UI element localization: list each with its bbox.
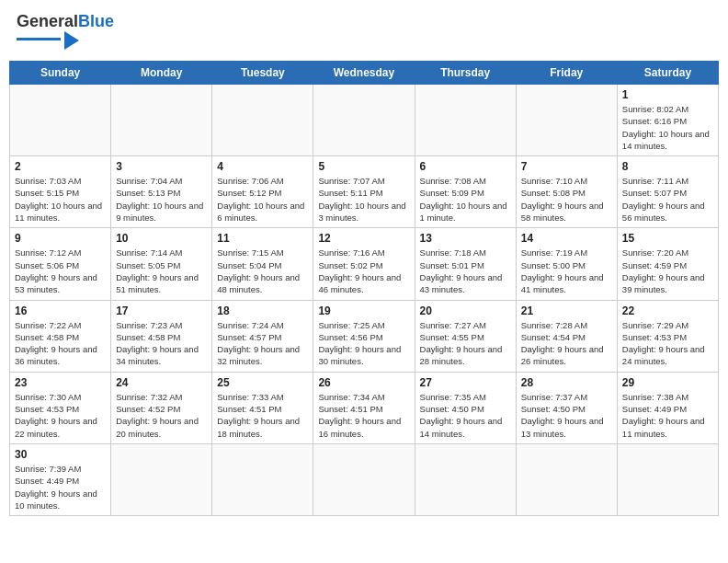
calendar-cell: 3Sunrise: 7:04 AM Sunset: 5:13 PM Daylig… <box>111 156 212 228</box>
calendar-day-header: Thursday <box>415 62 516 85</box>
calendar-cell: 27Sunrise: 7:35 AM Sunset: 4:50 PM Dayli… <box>415 372 516 443</box>
day-number: 2 <box>15 160 106 173</box>
calendar-day-header: Monday <box>111 62 212 85</box>
day-number: 10 <box>116 232 207 245</box>
day-info: Sunrise: 7:14 AM Sunset: 5:05 PM Dayligh… <box>116 247 207 295</box>
day-info: Sunrise: 7:37 AM Sunset: 4:50 PM Dayligh… <box>521 391 612 440</box>
day-info: Sunrise: 7:25 AM Sunset: 4:56 PM Dayligh… <box>318 319 409 368</box>
day-number: 26 <box>318 376 409 389</box>
day-info: Sunrise: 7:30 AM Sunset: 4:53 PM Dayligh… <box>15 391 106 440</box>
calendar-cell: 4Sunrise: 7:06 AM Sunset: 5:12 PM Daylig… <box>212 156 313 228</box>
calendar-cell <box>516 443 617 515</box>
calendar-cell: 8Sunrise: 7:11 AM Sunset: 5:07 PM Daylig… <box>617 156 718 228</box>
calendar-cell <box>10 85 111 156</box>
day-info: Sunrise: 7:18 AM Sunset: 5:01 PM Dayligh… <box>420 247 511 295</box>
calendar-cell: 25Sunrise: 7:33 AM Sunset: 4:51 PM Dayli… <box>212 372 313 443</box>
day-info: Sunrise: 7:07 AM Sunset: 5:11 PM Dayligh… <box>318 175 409 224</box>
calendar-cell: 6Sunrise: 7:08 AM Sunset: 5:09 PM Daylig… <box>415 156 516 228</box>
day-info: Sunrise: 7:33 AM Sunset: 4:51 PM Dayligh… <box>217 391 308 440</box>
calendar-week-row: 2Sunrise: 7:03 AM Sunset: 5:15 PM Daylig… <box>10 156 719 228</box>
calendar-cell: 16Sunrise: 7:22 AM Sunset: 4:58 PM Dayli… <box>10 300 111 372</box>
day-number: 4 <box>217 160 308 173</box>
calendar-cell <box>111 443 212 515</box>
day-number: 8 <box>622 160 713 173</box>
calendar-cell: 30Sunrise: 7:39 AM Sunset: 4:49 PM Dayli… <box>10 443 111 515</box>
day-number: 1 <box>622 88 713 101</box>
day-info: Sunrise: 7:29 AM Sunset: 4:53 PM Dayligh… <box>622 319 713 368</box>
day-info: Sunrise: 7:39 AM Sunset: 4:49 PM Dayligh… <box>15 463 106 511</box>
calendar-cell: 15Sunrise: 7:20 AM Sunset: 4:59 PM Dayli… <box>617 228 718 300</box>
day-number: 27 <box>420 376 511 389</box>
day-info: Sunrise: 7:04 AM Sunset: 5:13 PM Dayligh… <box>116 175 207 224</box>
calendar-day-header: Saturday <box>617 62 718 85</box>
calendar-cell: 7Sunrise: 7:10 AM Sunset: 5:08 PM Daylig… <box>516 156 617 228</box>
calendar-cell: 9Sunrise: 7:12 AM Sunset: 5:06 PM Daylig… <box>10 228 111 300</box>
day-number: 21 <box>521 304 612 317</box>
header: GeneralBlue <box>9 9 719 53</box>
day-number: 19 <box>318 304 409 317</box>
day-number: 25 <box>217 376 308 389</box>
day-info: Sunrise: 7:22 AM Sunset: 4:58 PM Dayligh… <box>15 319 106 368</box>
day-info: Sunrise: 7:24 AM Sunset: 4:57 PM Dayligh… <box>217 319 308 368</box>
calendar-cell: 21Sunrise: 7:28 AM Sunset: 4:54 PM Dayli… <box>516 300 617 372</box>
day-info: Sunrise: 7:08 AM Sunset: 5:09 PM Dayligh… <box>420 175 511 224</box>
calendar-week-row: 16Sunrise: 7:22 AM Sunset: 4:58 PM Dayli… <box>10 300 719 372</box>
calendar-cell <box>212 85 313 156</box>
day-info: Sunrise: 7:19 AM Sunset: 5:00 PM Dayligh… <box>521 247 612 295</box>
calendar-day-header: Sunday <box>10 62 111 85</box>
calendar-cell: 28Sunrise: 7:37 AM Sunset: 4:50 PM Dayli… <box>516 372 617 443</box>
calendar-cell: 22Sunrise: 7:29 AM Sunset: 4:53 PM Dayli… <box>617 300 718 372</box>
day-number: 15 <box>622 232 713 245</box>
calendar-cell <box>212 443 313 515</box>
day-number: 7 <box>521 160 612 173</box>
day-number: 9 <box>15 232 106 245</box>
day-number: 14 <box>521 232 612 245</box>
day-number: 5 <box>318 160 409 173</box>
day-info: Sunrise: 7:23 AM Sunset: 4:58 PM Dayligh… <box>116 319 207 368</box>
calendar-cell <box>111 85 212 156</box>
day-number: 29 <box>622 376 713 389</box>
calendar-week-row: 30Sunrise: 7:39 AM Sunset: 4:49 PM Dayli… <box>10 443 719 515</box>
day-info: Sunrise: 7:20 AM Sunset: 4:59 PM Dayligh… <box>622 247 713 295</box>
calendar-cell: 24Sunrise: 7:32 AM Sunset: 4:52 PM Dayli… <box>111 372 212 443</box>
day-number: 22 <box>622 304 713 317</box>
calendar-cell: 5Sunrise: 7:07 AM Sunset: 5:11 PM Daylig… <box>313 156 415 228</box>
day-info: Sunrise: 7:35 AM Sunset: 4:50 PM Dayligh… <box>420 391 511 440</box>
calendar-cell: 11Sunrise: 7:15 AM Sunset: 5:04 PM Dayli… <box>212 228 313 300</box>
day-info: Sunrise: 7:34 AM Sunset: 4:51 PM Dayligh… <box>318 391 409 440</box>
calendar-cell <box>415 443 516 515</box>
day-number: 30 <box>15 448 106 461</box>
day-info: Sunrise: 7:12 AM Sunset: 5:06 PM Dayligh… <box>15 247 106 295</box>
calendar-cell: 29Sunrise: 7:38 AM Sunset: 4:49 PM Dayli… <box>617 372 718 443</box>
day-info: Sunrise: 7:28 AM Sunset: 4:54 PM Dayligh… <box>521 319 612 368</box>
day-info: Sunrise: 7:38 AM Sunset: 4:49 PM Dayligh… <box>622 391 713 440</box>
logo-icon <box>64 31 79 50</box>
day-number: 11 <box>217 232 308 245</box>
day-info: Sunrise: 7:10 AM Sunset: 5:08 PM Dayligh… <box>521 175 612 224</box>
calendar-week-row: 23Sunrise: 7:30 AM Sunset: 4:53 PM Dayli… <box>10 372 719 443</box>
day-info: Sunrise: 7:32 AM Sunset: 4:52 PM Dayligh… <box>116 391 207 440</box>
day-number: 16 <box>15 304 106 317</box>
day-number: 6 <box>420 160 511 173</box>
calendar-week-row: 1Sunrise: 8:02 AM Sunset: 6:16 PM Daylig… <box>10 85 719 156</box>
day-info: Sunrise: 7:11 AM Sunset: 5:07 PM Dayligh… <box>622 175 713 224</box>
day-number: 28 <box>521 376 612 389</box>
day-info: Sunrise: 7:03 AM Sunset: 5:15 PM Dayligh… <box>15 175 106 224</box>
day-number: 13 <box>420 232 511 245</box>
day-info: Sunrise: 7:16 AM Sunset: 5:02 PM Dayligh… <box>318 247 409 295</box>
calendar-cell: 19Sunrise: 7:25 AM Sunset: 4:56 PM Dayli… <box>313 300 415 372</box>
day-number: 20 <box>420 304 511 317</box>
calendar-cell: 14Sunrise: 7:19 AM Sunset: 5:00 PM Dayli… <box>516 228 617 300</box>
calendar-cell <box>313 443 415 515</box>
day-info: Sunrise: 7:06 AM Sunset: 5:12 PM Dayligh… <box>217 175 308 224</box>
calendar-cell: 13Sunrise: 7:18 AM Sunset: 5:01 PM Dayli… <box>415 228 516 300</box>
calendar-cell: 20Sunrise: 7:27 AM Sunset: 4:55 PM Dayli… <box>415 300 516 372</box>
calendar-cell <box>415 85 516 156</box>
calendar-cell: 17Sunrise: 7:23 AM Sunset: 4:58 PM Dayli… <box>111 300 212 372</box>
day-info: Sunrise: 7:15 AM Sunset: 5:04 PM Dayligh… <box>217 247 308 295</box>
calendar-day-header: Wednesday <box>313 62 415 85</box>
day-number: 17 <box>116 304 207 317</box>
logo: GeneralBlue <box>17 13 114 50</box>
day-info: Sunrise: 8:02 AM Sunset: 6:16 PM Dayligh… <box>622 103 713 152</box>
day-number: 18 <box>217 304 308 317</box>
